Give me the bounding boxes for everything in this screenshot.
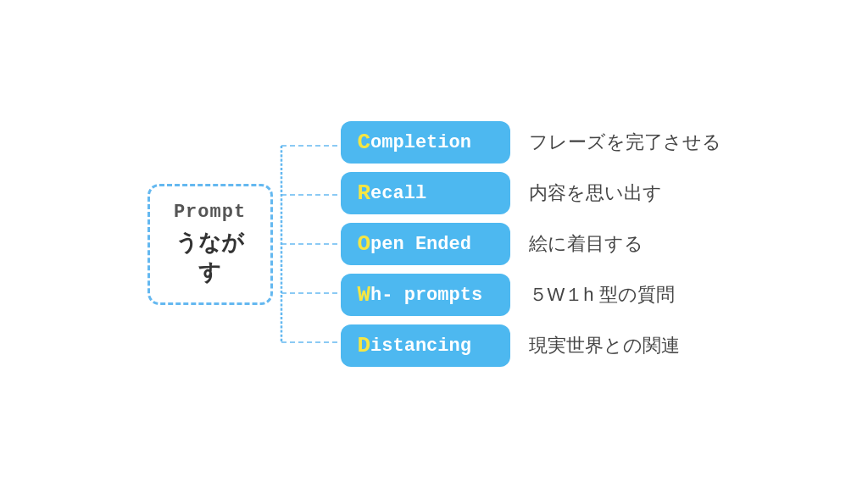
prompt-box: Prompt うながす xyxy=(147,184,273,305)
badge-distancing: Distancing xyxy=(341,324,510,367)
item-row-completion: Completionフレーズを完了させる xyxy=(341,121,721,164)
badge-first-letter-open-ended: O xyxy=(358,231,371,257)
badge-rest-wh-prompts: h- prompts xyxy=(370,285,482,306)
badge-first-letter-distancing: D xyxy=(358,333,371,358)
badge-rest-recall: ecall xyxy=(370,183,426,204)
diagram: Prompt うながす Completionフレーズを完了させるRecall内容… xyxy=(147,121,721,367)
badge-first-letter-recall: R xyxy=(358,180,371,206)
connector-svg xyxy=(273,121,341,367)
badge-wh-prompts: Wh- prompts xyxy=(341,274,510,316)
badge-rest-completion: ompletion xyxy=(370,132,471,153)
prompt-japanese: うながす xyxy=(169,228,252,287)
item-description-recall: 内容を思い出す xyxy=(529,180,662,206)
item-description-open-ended: 絵に着目する xyxy=(529,231,643,257)
item-description-distancing: 現実世界との関連 xyxy=(529,333,680,358)
badge-rest-open-ended: pen Ended xyxy=(370,234,471,255)
prompt-label: Prompt xyxy=(169,202,252,223)
connector-area xyxy=(273,121,341,367)
item-description-completion: フレーズを完了させる xyxy=(529,130,721,155)
item-row-open-ended: Open Ended絵に着目する xyxy=(341,223,721,265)
item-row-recall: Recall内容を思い出す xyxy=(341,172,721,214)
item-row-wh-prompts: Wh- prompts５W１h 型の質問 xyxy=(341,274,721,316)
item-description-wh-prompts: ５W１h 型の質問 xyxy=(529,282,675,308)
item-row-distancing: Distancing現実世界との関連 xyxy=(341,324,721,367)
badge-first-letter-completion: C xyxy=(358,130,371,155)
items-list: Completionフレーズを完了させるRecall内容を思い出すOpen En… xyxy=(341,121,721,367)
badge-rest-distancing: istancing xyxy=(370,336,471,357)
badge-recall: Recall xyxy=(341,172,510,214)
badge-completion: Completion xyxy=(341,121,510,164)
badge-first-letter-wh-prompts: W xyxy=(358,282,371,308)
badge-open-ended: Open Ended xyxy=(341,223,510,265)
